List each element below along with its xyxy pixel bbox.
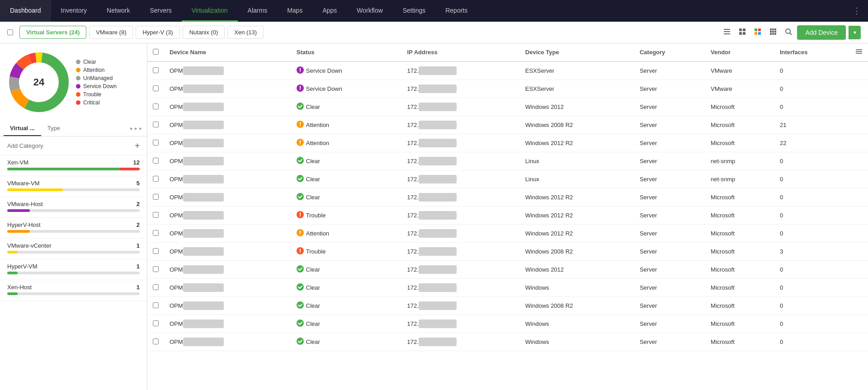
- category-item-5[interactable]: HyperV-VM 1: [0, 259, 147, 280]
- tab-hyper-v--3-[interactable]: Hyper-V (3): [136, 26, 179, 39]
- row-checkbox-cell[interactable]: [147, 61, 164, 80]
- row-device-name[interactable]: OPM__________: [164, 261, 291, 279]
- row-device-name[interactable]: OPM__________: [164, 279, 291, 297]
- row-checkbox[interactable]: [153, 338, 159, 344]
- nav-item-virtualization[interactable]: Virtualization: [182, 0, 238, 22]
- row-checkbox-cell[interactable]: [147, 170, 164, 188]
- sidebar-tab-virtual[interactable]: Virtual ...: [4, 121, 41, 136]
- row-extra: [850, 297, 868, 315]
- svg-rect-18: [772, 33, 774, 35]
- row-checkbox[interactable]: [153, 176, 159, 182]
- tab-vmware--8-[interactable]: VMware (8): [89, 26, 133, 39]
- tile-view-button[interactable]: [767, 26, 779, 39]
- row-checkbox[interactable]: [153, 212, 159, 218]
- nav-item-servers[interactable]: Servers: [140, 0, 181, 22]
- row-device-name[interactable]: OPM__________: [164, 297, 291, 315]
- table-select-all[interactable]: [153, 49, 159, 55]
- sidebar-tab-type[interactable]: Type: [41, 121, 66, 136]
- row-checkbox-cell[interactable]: [147, 279, 164, 297]
- row-checkbox-cell[interactable]: [147, 297, 164, 315]
- nav-item-inventory[interactable]: Inventory: [51, 0, 97, 22]
- row-device-name[interactable]: OPM__________: [164, 243, 291, 261]
- th-grid-settings[interactable]: [850, 43, 868, 61]
- nav-item-workflow[interactable]: Workflow: [347, 0, 392, 22]
- row-checkbox-cell[interactable]: [147, 225, 164, 243]
- row-checkbox[interactable]: [153, 158, 159, 164]
- add-device-button[interactable]: Add Device: [797, 25, 846, 40]
- row-checkbox-cell[interactable]: [147, 152, 164, 170]
- row-device-name[interactable]: OPM__________: [164, 61, 291, 80]
- row-checkbox[interactable]: [153, 302, 159, 308]
- row-device-name[interactable]: OPM__________: [164, 225, 291, 243]
- row-checkbox[interactable]: [153, 266, 159, 272]
- tab-nutanix--0-[interactable]: Nutanix (0): [183, 26, 225, 39]
- nav-more-button[interactable]: ⋮: [845, 0, 868, 22]
- row-device-name[interactable]: OPM__________: [164, 207, 291, 225]
- tab-xen--13-[interactable]: Xen (13): [227, 26, 264, 39]
- nav-item-settings[interactable]: Settings: [393, 0, 436, 22]
- row-checkbox-cell[interactable]: [147, 98, 164, 116]
- category-count-6: 1: [137, 284, 140, 291]
- legend-clear: Clear: [76, 59, 117, 65]
- row-vendor: Microsoft: [705, 116, 774, 134]
- nav-item-maps[interactable]: Maps: [277, 0, 312, 22]
- row-device-name[interactable]: OPM__________: [164, 170, 291, 188]
- row-checkbox[interactable]: [153, 122, 159, 127]
- nav-item-network[interactable]: Network: [97, 0, 140, 22]
- row-checkbox-cell[interactable]: [147, 333, 164, 351]
- search-button[interactable]: [783, 26, 794, 39]
- category-item-2[interactable]: VMware-Host 2: [0, 197, 147, 218]
- nav-item-dashboard[interactable]: Dashboard: [0, 0, 51, 22]
- row-checkbox[interactable]: [153, 194, 159, 200]
- row-checkbox[interactable]: [153, 140, 159, 146]
- svg-rect-5: [739, 32, 742, 35]
- row-checkbox[interactable]: [153, 67, 159, 73]
- th-vendor: Vendor: [705, 43, 774, 61]
- sidebar-tab-more[interactable]: • • •: [128, 123, 143, 135]
- tab-virtual-servers--24-[interactable]: Virtual Servers (24): [19, 26, 86, 39]
- row-checkbox[interactable]: [153, 320, 159, 326]
- row-checkbox[interactable]: [153, 284, 159, 290]
- color-view-button[interactable]: [752, 26, 764, 39]
- category-item-3[interactable]: HyperV-Host 2: [0, 218, 147, 239]
- row-checkbox-cell[interactable]: [147, 261, 164, 279]
- row-checkbox-cell[interactable]: [147, 207, 164, 225]
- add-category-button[interactable]: Add Category +: [0, 136, 147, 155]
- category-item-0[interactable]: Xen-VM 12: [0, 155, 147, 176]
- category-item-6[interactable]: Xen-Host 1: [0, 280, 147, 301]
- status-label: Trouble: [306, 248, 326, 255]
- row-device-name[interactable]: OPM__________: [164, 188, 291, 207]
- row-device-name[interactable]: OPM__________: [164, 333, 291, 351]
- row-checkbox[interactable]: [153, 248, 159, 254]
- row-device-name[interactable]: OPM__________: [164, 116, 291, 134]
- grid-view-button[interactable]: [736, 26, 748, 39]
- nav-item-alarms[interactable]: Alarms: [238, 0, 278, 22]
- row-category: Server: [634, 170, 705, 188]
- row-checkbox[interactable]: [153, 103, 159, 109]
- row-device-name[interactable]: OPM__________: [164, 98, 291, 116]
- row-device-name[interactable]: OPM__________: [164, 80, 291, 98]
- nav-item-reports[interactable]: Reports: [435, 0, 477, 22]
- add-device-dropdown[interactable]: ▾: [849, 26, 861, 39]
- select-all-checkbox[interactable]: [7, 29, 13, 35]
- svg-point-53: [297, 320, 304, 327]
- nav-item-apps[interactable]: Apps: [312, 0, 347, 22]
- row-checkbox-cell[interactable]: [147, 116, 164, 134]
- row-device-name[interactable]: OPM__________: [164, 134, 291, 152]
- category-item-4[interactable]: VMware-vCenter 1: [0, 239, 147, 259]
- row-extra: [850, 134, 868, 152]
- row-checkbox-cell[interactable]: [147, 80, 164, 98]
- row-device-name[interactable]: OPM__________: [164, 315, 291, 333]
- svg-point-47: [300, 234, 301, 235]
- row-checkbox[interactable]: [153, 85, 159, 91]
- row-checkbox-cell[interactable]: [147, 134, 164, 152]
- row-checkbox-cell[interactable]: [147, 315, 164, 333]
- row-status: Service Down: [291, 61, 402, 80]
- row-device-type: Windows 2012: [520, 98, 634, 116]
- row-checkbox[interactable]: [153, 230, 159, 236]
- list-view-button[interactable]: [721, 26, 733, 39]
- row-device-name[interactable]: OPM__________: [164, 152, 291, 170]
- row-checkbox-cell[interactable]: [147, 243, 164, 261]
- row-checkbox-cell[interactable]: [147, 188, 164, 207]
- category-item-1[interactable]: VMware-VM 5: [0, 176, 147, 197]
